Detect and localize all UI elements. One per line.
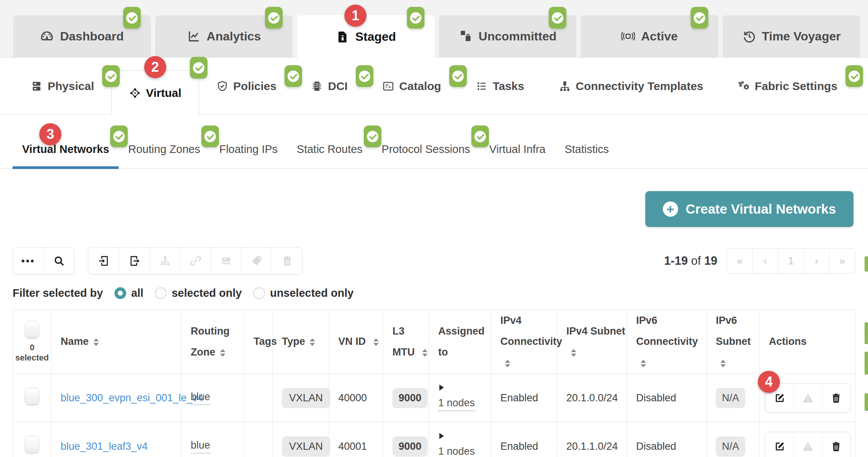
column-header-ipv6-subnet[interactable]: IPv6 Subnet (707, 310, 760, 374)
sort-icon[interactable] (310, 338, 315, 346)
edit-button[interactable] (765, 432, 794, 457)
check-badge (407, 7, 424, 29)
tab-floating-ips[interactable]: Floating IPs (210, 130, 287, 168)
row-checkbox[interactable] (25, 388, 39, 406)
check-badge (201, 126, 219, 147)
import-icon (98, 255, 110, 267)
tab-time-voyager[interactable]: Time Voyager (723, 15, 860, 57)
tab-virtual-infra[interactable]: Virtual Infra (480, 130, 555, 168)
vn-name-link[interactable]: blue_301_leaf3_v4 (61, 441, 148, 452)
sort-icon[interactable] (93, 338, 99, 346)
nodes-link[interactable]: 1 nodes (438, 397, 475, 411)
routing-zone-link[interactable]: blue (191, 391, 210, 405)
primary-tabs: Dashboard Analytics Staged 1 Uncommitted (13, 15, 860, 58)
filter-option-all[interactable]: all (114, 287, 143, 299)
cubes-icon (459, 29, 473, 43)
tab-staged[interactable]: Staged 1 (297, 15, 434, 58)
column-header-type[interactable]: Type (273, 310, 329, 374)
page: Dashboard Analytics Staged 1 Uncommitted (0, 0, 868, 457)
radio-selected-icon[interactable] (114, 287, 126, 299)
link-icon (190, 255, 202, 267)
tab-physical[interactable]: Physical (13, 58, 111, 114)
tab-fabric-settings[interactable]: Fabric Settings (720, 58, 855, 114)
delete-row-button[interactable] (822, 432, 850, 457)
tab-label: Protocol Sessions (382, 143, 470, 156)
prev-page-button[interactable]: ‹ (752, 249, 778, 273)
row-select-cell (13, 422, 51, 457)
type-badge: VXLAN (282, 436, 330, 457)
import-button[interactable] (88, 248, 119, 274)
filter-option-selected-only[interactable]: selected only (155, 287, 242, 299)
create-virtual-networks-button[interactable]: + Create Virtual Networks (645, 191, 854, 227)
more-options-button[interactable]: ••• (13, 248, 43, 274)
type-badge: VXLAN (282, 388, 330, 408)
column-header-ipv4-connectivity[interactable]: IPv4 Connectivity (491, 310, 557, 374)
expand-caret-icon[interactable] (439, 433, 444, 439)
trash-icon (830, 392, 842, 404)
link-button[interactable] (180, 248, 211, 274)
name-cell: blue_300_evpn_esi_001_le_v4 (51, 374, 182, 422)
tab-static-routes[interactable]: Static Routes (287, 130, 372, 168)
sort-icon[interactable] (720, 360, 726, 367)
search-button[interactable] (43, 248, 74, 274)
tab-label: Floating IPs (219, 143, 278, 156)
ipv6-connectivity-cell: Disabled (627, 374, 707, 422)
tab-policies[interactable]: Policies (199, 58, 294, 114)
routing-zone-link[interactable]: blue (191, 439, 210, 454)
check-icon (288, 71, 299, 82)
tab-connectivity-templates[interactable]: Connectivity Templates (542, 58, 721, 114)
column-header-routing-zone[interactable]: Routing Zone (182, 310, 244, 374)
sort-icon[interactable] (571, 349, 576, 357)
filter-option-unselected-only[interactable]: unselected only (253, 287, 354, 299)
expand-caret-icon[interactable] (439, 385, 444, 391)
column-header-l3-mtu[interactable]: L3 MTU (383, 310, 429, 374)
tab-tasks[interactable]: Tasks (458, 58, 542, 114)
current-page-button[interactable]: 1 (778, 249, 804, 273)
tab-virtual-networks[interactable]: Virtual Networks 3 (13, 130, 119, 168)
tab-analytics[interactable]: Analytics (155, 15, 293, 57)
export-button[interactable] (119, 248, 149, 274)
tab-active[interactable]: Active (581, 15, 718, 57)
column-header-ipv6-connectivity[interactable]: IPv6 Connectivity (627, 310, 707, 374)
tab-statistics[interactable]: Statistics (555, 130, 618, 168)
gauge-icon (40, 29, 54, 43)
sort-icon[interactable] (220, 349, 225, 357)
assign-nodes-button[interactable] (149, 248, 180, 274)
radio-unselected-icon[interactable] (253, 287, 265, 299)
type-cell: VXLAN (273, 422, 329, 457)
warning-button[interactable] (794, 384, 822, 412)
actions-cell (760, 422, 855, 457)
column-header-vn-id[interactable]: VN ID (329, 310, 383, 374)
column-header-ipv4-subnet[interactable]: IPv4 Subnet (557, 310, 627, 374)
first-page-button[interactable]: « (727, 249, 752, 273)
select-all-checkbox[interactable] (25, 321, 39, 339)
column-header-name[interactable]: Name (51, 310, 182, 374)
delete-button[interactable] (272, 248, 302, 274)
tab-routing-zones[interactable]: Routing Zones (119, 130, 210, 168)
sort-icon[interactable] (641, 360, 646, 367)
sort-icon[interactable] (505, 360, 510, 367)
row-checkbox[interactable] (25, 436, 39, 454)
tab-virtual[interactable]: Virtual 2 (111, 70, 199, 115)
sort-icon[interactable] (373, 338, 379, 346)
next-page-button[interactable]: › (804, 249, 829, 273)
shield-check-icon (216, 80, 228, 92)
check-icon (204, 131, 216, 142)
delete-row-button[interactable] (822, 384, 850, 412)
sort-icon[interactable] (422, 349, 428, 357)
tab-protocol-sessions[interactable]: Protocol Sessions (372, 130, 480, 168)
tab-dashboard[interactable]: Dashboard (13, 15, 151, 57)
tab-dci[interactable]: DCI (294, 58, 365, 114)
tag-button[interactable] (241, 248, 272, 274)
filter-option-label: unselected only (270, 287, 354, 299)
nodes-link[interactable]: 1 nodes (438, 446, 475, 457)
tab-catalog[interactable]: Catalog (365, 58, 458, 114)
warning-button[interactable] (794, 432, 822, 457)
tab-uncommitted[interactable]: Uncommitted (439, 15, 576, 57)
radio-unselected-icon[interactable] (155, 287, 167, 299)
last-page-button[interactable]: » (829, 249, 855, 273)
vn-name-link[interactable]: blue_300_evpn_esi_001_le_v4 (61, 392, 203, 404)
sitemap-icon (559, 80, 571, 92)
rack-button[interactable] (211, 248, 241, 274)
tab-label: Physical (48, 80, 94, 93)
